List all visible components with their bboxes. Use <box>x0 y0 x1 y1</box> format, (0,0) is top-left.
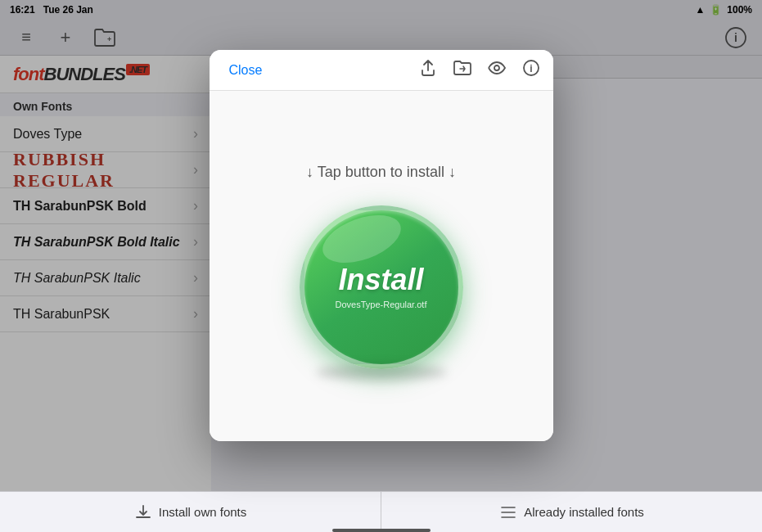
bottom-bar: Install own fonts Already installed font… <box>0 491 762 532</box>
list-icon-bottom <box>499 503 517 521</box>
install-own-label: Install own fonts <box>159 505 247 519</box>
share-icon[interactable] <box>419 59 437 81</box>
download-icon <box>134 503 152 521</box>
tap-instruction: ↓ Tap button to install ↓ <box>306 164 456 181</box>
install-filename: DovesType-Regular.otf <box>336 300 427 309</box>
install-button[interactable]: Install DovesType-Regular.otf <box>300 205 463 369</box>
install-label: Install <box>338 265 423 295</box>
modal-info-icon[interactable]: i <box>522 59 540 81</box>
modal-overlay[interactable]: Close <box>0 0 762 491</box>
install-modal: Close <box>210 50 553 441</box>
svg-text:i: i <box>530 63 532 74</box>
preview-icon[interactable] <box>488 61 506 79</box>
install-own-fonts-button[interactable]: Install own fonts <box>0 492 381 532</box>
modal-close-button[interactable]: Close <box>223 60 269 81</box>
install-shadow <box>316 364 447 381</box>
modal-toolbar: Close <box>210 50 553 91</box>
home-indicator <box>332 529 431 532</box>
already-installed-label: Already installed fonts <box>524 505 644 519</box>
modal-body: ↓ Tap button to install ↓ Install DovesT… <box>210 91 553 441</box>
move-folder-icon[interactable] <box>453 60 471 80</box>
modal-icons: i <box>419 59 540 81</box>
already-installed-button[interactable]: Already installed fonts <box>381 492 762 532</box>
install-button-wrap[interactable]: Install DovesType-Regular.otf <box>300 205 463 369</box>
svg-point-3 <box>494 65 499 70</box>
